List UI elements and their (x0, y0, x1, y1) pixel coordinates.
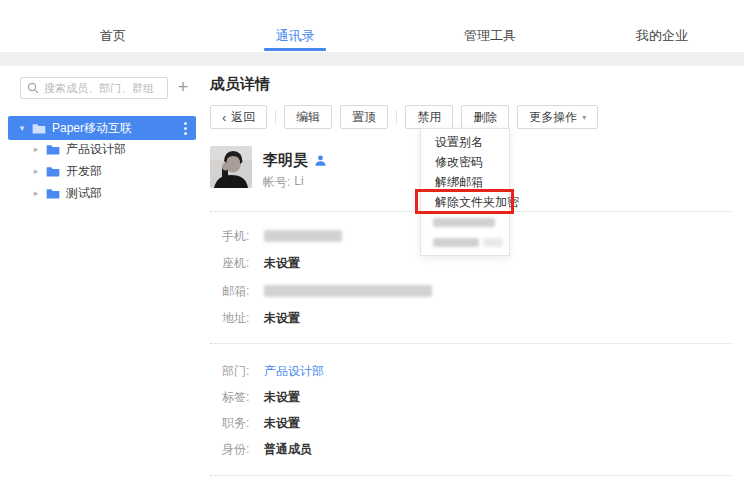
sidebar-item-company-root[interactable]: ▾ Paper移动互联 (8, 116, 196, 140)
chevron-left-icon: ‹ (222, 111, 226, 124)
header-divider-band (0, 52, 744, 66)
caret-right-icon[interactable]: ▸ (31, 167, 41, 176)
sidebar-item-product-design-dept[interactable]: ▸ 产品设计部 (8, 138, 196, 160)
highlight-box (415, 189, 514, 214)
tree-item-label: 测试部 (66, 185, 102, 202)
field-row-mobile: 手机: (222, 228, 342, 244)
section-divider (210, 343, 732, 344)
field-row-email: 邮箱: (222, 283, 432, 299)
toolbar-separator (396, 110, 397, 124)
sidebar-item-dev-dept[interactable]: ▸ 开发部 (8, 160, 196, 182)
toolbar-separator (275, 110, 276, 124)
folder-icon (46, 144, 60, 155)
field-row-tags: 标签: 未设置 (222, 389, 300, 405)
caret-down-icon[interactable]: ▾ (17, 124, 27, 133)
search-box[interactable] (20, 77, 168, 99)
tab-contacts[interactable]: 通讯录 (276, 27, 315, 45)
field-label: 标签: (222, 389, 258, 406)
field-label: 座机: (222, 255, 258, 272)
top-nav: 首页 通讯录 管理工具 我的企业 (0, 0, 744, 52)
account-label: 帐号: (263, 174, 290, 191)
tab-management-tools[interactable]: 管理工具 (464, 27, 516, 45)
edit-button[interactable]: 编辑 (284, 105, 332, 129)
field-value: 普通成员 (264, 441, 312, 458)
avatar (210, 146, 252, 188)
field-label: 职务: (222, 415, 258, 432)
field-row-address: 地址: 未设置 (222, 310, 300, 326)
menu-item-set-alias[interactable]: 设置别名 (421, 132, 509, 152)
search-input[interactable] (44, 82, 161, 94)
sidebar-item-test-dept[interactable]: ▸ 测试部 (8, 182, 196, 204)
field-value: 未设置 (264, 255, 300, 272)
field-value: 未设置 (264, 415, 300, 432)
field-row-department: 部门: 产品设计部 (222, 363, 324, 379)
more-vertical-icon[interactable] (184, 122, 187, 135)
field-label: 地址: (222, 310, 258, 327)
tree-item-label: Paper移动互联 (52, 120, 132, 137)
member-toolbar: ‹ 返回 编辑 置顶 禁用 删除 更多操作 ▾ (210, 105, 598, 129)
tree-item-label: 产品设计部 (66, 141, 126, 158)
field-row-landline: 座机: 未设置 (222, 255, 300, 271)
search-icon (27, 82, 39, 94)
app-window: 首页 通讯录 管理工具 我的企业 + ▾ Paper移动互联 ▸ (0, 0, 744, 491)
pin-button[interactable]: 置顶 (340, 105, 388, 129)
caret-right-icon[interactable]: ▸ (31, 145, 41, 154)
member-icon (314, 154, 327, 167)
account-value: Li (294, 174, 303, 191)
menu-item-redacted[interactable] (421, 232, 509, 252)
department-link[interactable]: 产品设计部 (264, 363, 324, 380)
add-department-button[interactable]: + (172, 75, 194, 99)
more-actions-button[interactable]: 更多操作 ▾ (517, 105, 598, 129)
field-row-position: 职务: 未设置 (222, 415, 300, 431)
field-label: 身份: (222, 441, 258, 458)
back-button[interactable]: ‹ 返回 (210, 105, 267, 129)
account-row: 帐号: Li (263, 174, 304, 191)
page-title: 成员详情 (210, 75, 270, 94)
disable-button[interactable]: 禁用 (405, 105, 453, 129)
field-label: 邮箱: (222, 283, 258, 300)
tree-item-label: 开发部 (66, 163, 102, 180)
folder-icon (46, 166, 60, 177)
chevron-down-icon: ▾ (582, 113, 586, 122)
menu-item-change-password[interactable]: 修改密码 (421, 152, 509, 172)
field-value: 未设置 (264, 389, 300, 406)
folder-icon (32, 123, 46, 134)
redacted-value (264, 230, 342, 242)
tab-home[interactable]: 首页 (100, 27, 126, 45)
sidebar: + ▾ Paper移动互联 ▸ 产品设计部 ▸ 开发部 ▸ (0, 66, 200, 491)
caret-right-icon[interactable]: ▸ (31, 189, 41, 198)
tab-my-enterprise[interactable]: 我的企业 (636, 27, 688, 45)
folder-icon (46, 188, 60, 199)
member-name: 李明昊 (263, 151, 327, 170)
section-divider (210, 475, 732, 476)
field-label: 手机: (222, 228, 258, 245)
delete-button[interactable]: 删除 (461, 105, 509, 129)
active-tab-indicator (264, 48, 326, 51)
menu-item-redacted[interactable] (421, 212, 509, 232)
field-value: 未设置 (264, 310, 300, 327)
redacted-value (264, 285, 432, 297)
field-row-identity: 身份: 普通成员 (222, 441, 312, 457)
field-label: 部门: (222, 363, 258, 380)
